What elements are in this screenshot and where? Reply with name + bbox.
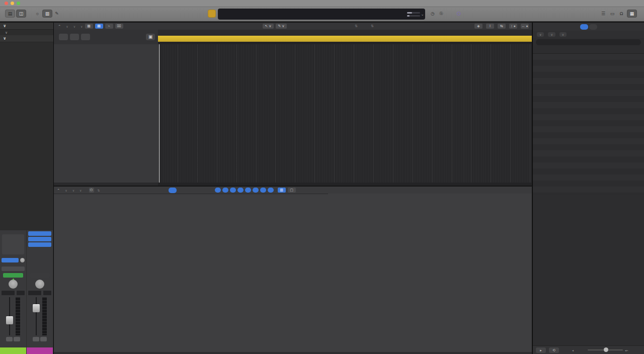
mixer-menu-edit[interactable]: ∨ bbox=[65, 188, 67, 193]
pan-knob[interactable] bbox=[9, 280, 18, 289]
filter-aux[interactable] bbox=[230, 188, 236, 193]
send-slot[interactable] bbox=[2, 258, 19, 262]
flex-icon[interactable]: ⌧ bbox=[115, 24, 123, 29]
narrow-strips-icon[interactable]: ▥ bbox=[278, 188, 286, 193]
fader-handle[interactable] bbox=[6, 316, 13, 324]
plugin-slot[interactable] bbox=[28, 237, 51, 241]
track-inspector-header[interactable]: ∨ bbox=[0, 35, 53, 42]
menu-edit[interactable]: ∨ bbox=[66, 24, 68, 29]
loop-browser-icon[interactable]: Ω bbox=[618, 10, 625, 18]
automation-mode-button[interactable] bbox=[30, 273, 50, 278]
forward-button[interactable] bbox=[171, 10, 179, 18]
prelisten-volume-slider[interactable] bbox=[588, 349, 623, 350]
channel-strip-name[interactable] bbox=[0, 347, 26, 354]
menu-view[interactable]: ∨ bbox=[80, 24, 83, 29]
output-slot[interactable] bbox=[2, 267, 25, 271]
ruler[interactable] bbox=[158, 30, 532, 44]
automation-icon[interactable]: ⌁ bbox=[105, 24, 113, 29]
send-knob[interactable] bbox=[20, 258, 25, 262]
tuner-icon[interactable]: ⬡ bbox=[455, 10, 462, 18]
browser-toggle-icon[interactable]: ▦ bbox=[627, 10, 637, 18]
add-track-button[interactable] bbox=[59, 34, 68, 40]
solo-button[interactable] bbox=[14, 337, 20, 341]
mute-button[interactable] bbox=[33, 337, 39, 341]
grid-view-icon[interactable]: ▦ bbox=[85, 24, 93, 29]
pencil-tool-icon[interactable]: ✎ bbox=[53, 10, 60, 18]
duplicate-track-button[interactable] bbox=[70, 34, 79, 40]
filter-output[interactable] bbox=[253, 188, 259, 193]
plugin-slot[interactable] bbox=[28, 242, 51, 247]
mixer-menu-options[interactable]: ∨ bbox=[72, 188, 74, 193]
back-icon[interactable]: ⌃ bbox=[58, 24, 61, 29]
volume-value[interactable] bbox=[2, 291, 15, 295]
mixer-tab-tracks[interactable] bbox=[169, 188, 177, 193]
back-icon[interactable]: ⌃ bbox=[57, 188, 60, 193]
track-header-config-icon[interactable]: ▣ bbox=[146, 34, 155, 40]
search-input[interactable] bbox=[536, 39, 641, 45]
filter-master-vca[interactable] bbox=[260, 188, 266, 193]
arrange-hscrollbar[interactable] bbox=[158, 183, 532, 186]
automation-mode-button[interactable] bbox=[3, 273, 23, 278]
audio-fx-empty-slot[interactable] bbox=[2, 234, 24, 254]
volume-fader[interactable] bbox=[30, 297, 50, 335]
horizontal-zoom-slider[interactable]: ↔ ● bbox=[521, 24, 529, 29]
fader-handle[interactable] bbox=[33, 304, 40, 312]
count-in-icon[interactable]: ◷ bbox=[429, 10, 436, 18]
browser-view-menu[interactable]: ∨ bbox=[559, 32, 567, 37]
browser-edit-menu[interactable]: ∨ bbox=[548, 32, 555, 37]
stop-button[interactable] bbox=[181, 10, 188, 18]
mute-button[interactable] bbox=[6, 337, 13, 341]
filter-bus[interactable] bbox=[237, 188, 244, 193]
chevron-down-icon[interactable]: ⌄ bbox=[421, 12, 424, 17]
filter-audio[interactable] bbox=[215, 188, 221, 193]
mixer-menu-view[interactable]: ∨ bbox=[79, 188, 82, 193]
prelisten-button[interactable]: ▸ bbox=[536, 347, 546, 353]
mixer-tab-all[interactable] bbox=[177, 188, 185, 193]
pointer-tool-button[interactable]: ↖ ∨ bbox=[263, 24, 274, 29]
cycle-button[interactable] bbox=[208, 10, 216, 18]
mixer-hscrollbar[interactable] bbox=[54, 352, 532, 354]
tab-project[interactable] bbox=[580, 24, 588, 30]
wide-strips-icon[interactable]: ▢ bbox=[288, 188, 296, 193]
region-inspector-header[interactable]: ∨ bbox=[0, 23, 53, 30]
filter-midi[interactable] bbox=[268, 188, 274, 193]
zoom-window-button[interactable] bbox=[17, 2, 20, 5]
lcd-display[interactable]: ⌄ bbox=[218, 9, 425, 20]
cycle-area[interactable] bbox=[158, 36, 532, 42]
volume-value[interactable] bbox=[28, 291, 41, 295]
volume-fader[interactable] bbox=[3, 297, 23, 335]
waveform-zoom-icon[interactable]: ◈ bbox=[474, 24, 482, 29]
mixer-tab-single[interactable] bbox=[160, 188, 169, 193]
library-toggle-icon[interactable]: ◫ bbox=[16, 10, 26, 18]
inspector-toggle-icon[interactable]: ▤ bbox=[5, 10, 15, 18]
list-view-icon[interactable]: ▤ bbox=[95, 24, 103, 29]
rewind-button[interactable] bbox=[162, 10, 170, 18]
power-icon[interactable]: ⏻ bbox=[89, 188, 94, 193]
filter-inst[interactable] bbox=[222, 188, 228, 193]
filter-input[interactable] bbox=[245, 188, 251, 193]
close-window-button[interactable] bbox=[5, 2, 8, 5]
solo-mode-icon[interactable]: Ⓢ bbox=[438, 10, 445, 18]
loop-playback-button[interactable]: ⟲ bbox=[549, 347, 559, 353]
region-detail-header[interactable]: ∨ bbox=[0, 30, 53, 35]
pan-knob[interactable] bbox=[35, 280, 44, 289]
list-editors-icon[interactable]: ☰ bbox=[600, 10, 607, 18]
playhead[interactable] bbox=[159, 44, 159, 183]
hide-tracks-button[interactable] bbox=[81, 34, 90, 40]
vertical-zoom-slider[interactable]: ↕ ● bbox=[509, 24, 517, 29]
channel-strip-name[interactable] bbox=[27, 347, 53, 354]
quick-help-icon[interactable]: ☼ bbox=[33, 10, 41, 18]
catch-playhead-icon[interactable]: ↹ bbox=[498, 24, 506, 29]
mixer-toggle-icon[interactable]: ▥ bbox=[42, 10, 52, 18]
play-button[interactable] bbox=[190, 10, 197, 18]
audio-file-menu[interactable]: ∨ bbox=[537, 32, 544, 37]
menu-functions[interactable]: ∨ bbox=[73, 24, 75, 29]
plugin-slot[interactable] bbox=[28, 231, 51, 236]
note-pads-icon[interactable]: ▭ bbox=[609, 10, 616, 18]
record-button[interactable] bbox=[199, 10, 206, 18]
tab-all-files[interactable] bbox=[589, 24, 597, 30]
solo-button[interactable] bbox=[40, 337, 47, 341]
marquee-icon[interactable]: I bbox=[486, 24, 494, 29]
pencil-tool-button[interactable]: ✎ ∨ bbox=[276, 24, 287, 29]
minimize-window-button[interactable] bbox=[11, 2, 14, 5]
